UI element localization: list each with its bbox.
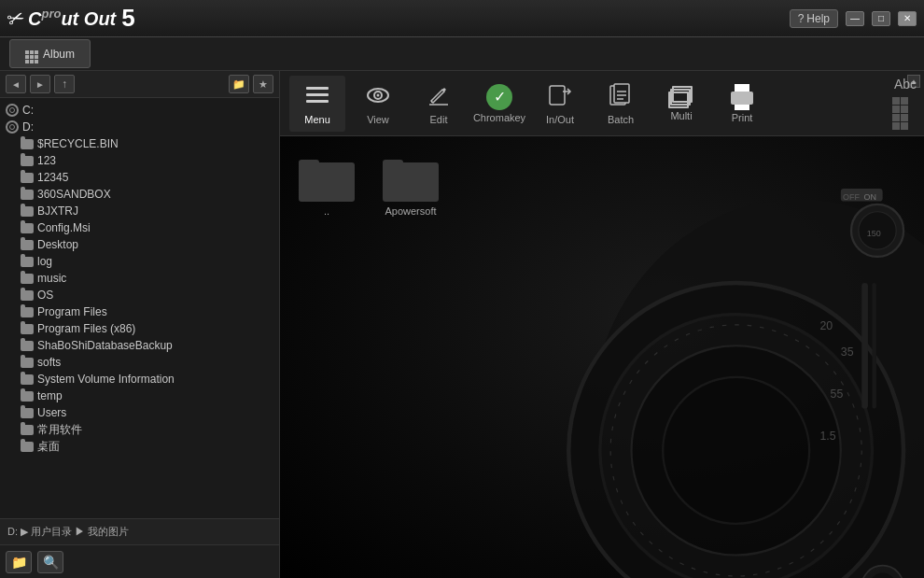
list-item[interactable]: ShaBoShiDatabaseBackup <box>0 337 279 354</box>
file-tree[interactable]: C: D: $RECYCLE.BIN 123 12345 36 <box>0 98 279 518</box>
ribbon-multi[interactable]: Multi <box>653 76 709 132</box>
scissors-icon: ✂ <box>4 4 28 33</box>
maximize-button[interactable]: □ <box>872 11 890 26</box>
up-button[interactable]: ↑ <box>54 75 75 93</box>
svg-text:55: 55 <box>830 388 843 401</box>
list-item[interactable]: Users <box>0 404 279 421</box>
drive-c[interactable]: C: <box>0 102 279 119</box>
svg-point-18 <box>663 377 809 524</box>
folder-icon <box>21 442 34 452</box>
svg-text:20: 20 <box>819 319 833 332</box>
folder-icon <box>21 274 34 284</box>
folders-area: .. Apowersoft <box>299 155 439 217</box>
folder-icon <box>21 324 34 334</box>
ribbon-menu-label: Menu <box>304 114 330 125</box>
folder-parent[interactable]: .. <box>299 155 355 217</box>
main-area: ◄ ► ↑ 📁 ★ C: D: $RECYCLE.BIN <box>0 71 924 578</box>
list-item[interactable]: log <box>0 253 279 270</box>
list-item[interactable]: $RECYCLE.BIN <box>0 135 279 152</box>
view-icon <box>365 82 391 112</box>
list-item[interactable]: 360SANDBOX <box>0 186 279 203</box>
list-item[interactable]: music <box>0 270 279 287</box>
back-button[interactable]: ◄ <box>6 75 26 93</box>
folder-icon <box>21 257 34 267</box>
left-panel: ◄ ► ↑ 📁 ★ C: D: $RECYCLE.BIN <box>0 71 280 578</box>
list-item[interactable]: 123 <box>0 152 279 169</box>
title-bar-right: ? Help — □ ✕ <box>790 9 917 28</box>
ribbon-menu[interactable]: Menu <box>289 76 345 132</box>
list-item[interactable]: softs <box>0 354 279 371</box>
drive-c-label: C: <box>22 104 34 117</box>
edit-icon <box>426 82 452 112</box>
help-button[interactable]: ? Help <box>790 9 838 28</box>
list-item[interactable]: 常用软件 <box>0 421 279 438</box>
svg-text:150: 150 <box>866 229 880 238</box>
search-button[interactable]: 🔍 <box>37 551 63 573</box>
album-label: Album <box>43 48 75 61</box>
ribbon-print[interactable]: Print <box>714 76 770 132</box>
drive-d[interactable]: D: <box>0 119 279 135</box>
folder-apowersoft[interactable]: Apowersoft <box>383 155 439 217</box>
folder-icon <box>21 290 34 301</box>
svg-rect-0 <box>306 87 329 90</box>
svg-rect-1 <box>306 93 329 96</box>
svg-rect-31 <box>872 283 875 409</box>
folder-icon <box>21 358 34 368</box>
text-tool-label[interactable]: Abc <box>892 75 918 93</box>
album-button[interactable]: Album <box>9 39 91 68</box>
folder-icon <box>21 156 34 166</box>
list-item[interactable]: BJXTRJ <box>0 203 279 219</box>
folder-icon <box>21 425 34 435</box>
forward-button[interactable]: ► <box>30 75 50 93</box>
ribbon-chromakey[interactable]: ✓ Chromakey <box>471 76 527 132</box>
minimize-button[interactable]: — <box>846 11 864 26</box>
grid-view-button[interactable] <box>892 97 918 130</box>
ribbon-multi-label: Multi <box>670 110 692 121</box>
folder-icon <box>21 206 34 217</box>
close-button[interactable]: ✕ <box>898 11 917 26</box>
nav-bar: ◄ ► ↑ 📁 ★ <box>0 71 279 98</box>
svg-point-5 <box>377 93 380 96</box>
inout-icon <box>547 82 573 112</box>
list-item[interactable]: Program Files (x86) <box>0 320 279 337</box>
chromakey-icon: ✓ <box>486 84 512 110</box>
folder-browse-icon: 📁 <box>11 555 27 570</box>
ribbon-batch[interactable]: Batch <box>593 76 649 132</box>
list-item[interactable]: 桌面 <box>0 438 279 455</box>
folder-icon <box>21 173 34 183</box>
list-item[interactable]: OS <box>0 287 279 303</box>
folder-icon <box>21 391 34 402</box>
folder-icon <box>21 341 34 351</box>
logo-text: Cprout Out <box>28 7 116 30</box>
bottom-icons: 📁 🔍 <box>0 544 279 578</box>
ribbon-edit[interactable]: Edit <box>411 76 467 132</box>
folder-icon <box>21 374 34 385</box>
folder-browse-button[interactable]: 📁 <box>6 551 32 573</box>
ribbon-view-label: View <box>367 114 389 125</box>
ribbon-view[interactable]: View <box>350 76 406 132</box>
list-item[interactable]: 12345 <box>0 169 279 186</box>
list-item[interactable]: System Volume Information <box>0 371 279 388</box>
batch-icon <box>608 82 634 112</box>
list-item[interactable]: Config.Msi <box>0 219 279 236</box>
svg-text:OFF: OFF <box>843 192 860 202</box>
folder-icon <box>21 139 34 149</box>
new-folder-button[interactable]: 📁 <box>229 75 249 93</box>
title-bar: ✂ Cprout Out 5 ? Help — □ ✕ <box>0 0 924 37</box>
svg-rect-10 <box>614 84 629 103</box>
ribbon-inout[interactable]: In/Out <box>532 76 588 132</box>
folder-icon <box>21 408 34 418</box>
pro-badge: pro <box>41 7 61 21</box>
help-icon: ? <box>798 12 805 25</box>
bookmark-button[interactable]: ★ <box>253 75 273 93</box>
list-item[interactable]: temp <box>0 388 279 404</box>
svg-text:ON: ON <box>863 192 875 202</box>
ribbon-inout-label: In/Out <box>546 114 574 125</box>
drive-d-icon <box>6 120 19 134</box>
folder-parent-label: .. <box>324 205 329 217</box>
status-bar: D: ▶ 用户目录 ▶ 我的图片 <box>0 518 279 544</box>
version-badge: 5 <box>121 4 134 33</box>
list-item[interactable]: Program Files <box>0 303 279 320</box>
list-item[interactable]: Desktop <box>0 236 279 253</box>
svg-rect-7 <box>550 86 565 105</box>
